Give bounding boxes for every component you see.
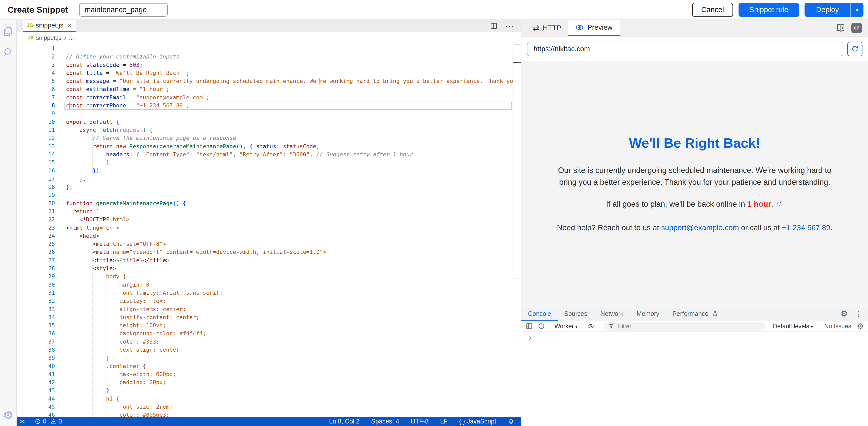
statusbar-item[interactable]: Spaces: 4 [371,418,399,425]
line-number[interactable]: 23 [17,224,66,232]
line-number[interactable]: 12 [17,134,66,142]
close-icon[interactable]: × [67,22,72,29]
tab-snippet-js[interactable]: JS snippet.js × [23,20,76,32]
code-line[interactable]: 16 }); [17,167,513,175]
code-line[interactable]: 24 <head> [17,232,513,240]
devtools-settings-icon[interactable]: ⚙ [841,310,848,318]
line-number[interactable]: 7 [17,93,66,102]
code-line[interactable]: 5const message = "Our site is currently … [17,77,513,85]
code-line[interactable]: 33 align-items: center; [17,305,513,313]
devtools-tab-performance[interactable]: Performance [666,306,724,321]
code-line[interactable]: 6const estimatedTime = "1 hour"; [17,85,513,93]
tab-http[interactable]: ⇄ HTTP [525,20,568,36]
devtools-tab-network[interactable]: Network [594,306,630,321]
code-line[interactable]: 9 [17,110,513,118]
filter-input[interactable] [617,322,760,330]
code-line[interactable]: 46 color: #0056b3; [17,411,513,417]
code-line[interactable]: 26 <meta name="viewport" content="width=… [17,248,513,256]
code-line[interactable]: 37 color: #333; [17,338,513,346]
code-line[interactable]: 42 padding: 20px; [17,378,513,387]
statusbar-item[interactable]: Ln 8, Col 2 [329,418,360,425]
line-number[interactable]: 36 [17,330,66,338]
line-number[interactable]: 9 [17,110,66,118]
code-line[interactable]: 27 <title>${title}</title> [17,256,513,264]
line-number[interactable]: 43 [17,387,66,395]
line-number[interactable]: 26 [17,248,66,256]
console-settings-icon[interactable]: ⚙ [857,322,864,330]
code-line[interactable]: 44 h1 { [17,395,513,403]
remote-indicator-icon[interactable] [19,418,26,425]
clear-console-icon[interactable] [537,322,545,330]
code-line[interactable]: 36 background-color: #f4f4f4; [17,330,513,338]
code-line[interactable]: 1 [17,45,513,53]
code-line[interactable]: 11 async fetch(request) { [17,126,513,134]
notifications-bell-icon[interactable] [508,418,514,425]
code-line[interactable]: 14 headers: { "Content-Type": "text/html… [17,150,513,159]
line-number[interactable]: 30 [17,281,66,289]
code-line[interactable]: 45 font-size: 2rem; [17,403,513,411]
line-number[interactable]: 28 [17,264,66,273]
line-number[interactable]: 19 [17,191,66,199]
refresh-button[interactable] [847,41,863,56]
code-line[interactable]: 30 margin: 0; [17,281,513,289]
editor-scrollbar[interactable] [513,44,521,417]
breadcrumb[interactable]: JS snippet.js › ... [17,32,521,44]
line-number[interactable]: 33 [17,305,66,313]
line-number[interactable]: 17 [17,175,66,183]
settings-gear-icon[interactable]: ⚙ [3,409,13,421]
console-sidebar-toggle-icon[interactable] [525,322,533,330]
line-number[interactable]: 37 [17,338,66,346]
line-number[interactable]: 38 [17,346,66,354]
code-line[interactable]: 4const title = "We'll Be Right Back!"; [17,69,513,77]
devtools-tab-memory[interactable]: Memory [630,306,666,321]
discord-icon[interactable] [851,23,862,33]
breadcrumb-file[interactable]: snippet.js [36,34,61,41]
code-editor[interactable]: 12// Define your customizable inputs3con… [17,44,521,417]
issues-counter[interactable]: No Issues [825,323,851,330]
code-line[interactable]: 39 } [17,354,513,362]
code-line[interactable]: 12 // Serve the maintenance page as a re… [17,134,513,142]
code-line[interactable]: 43 } [17,387,513,395]
code-line[interactable]: 2// Define your customizable inputs [17,53,513,61]
code-line[interactable]: 10export default { [17,118,513,126]
split-editor-icon[interactable] [490,22,498,30]
snippet-name-input[interactable] [79,3,168,17]
cancel-button[interactable]: Cancel [692,3,733,17]
console-filter[interactable] [604,322,765,331]
line-number[interactable]: 35 [17,321,66,330]
url-input[interactable] [527,41,843,56]
line-number[interactable]: 14 [17,150,66,159]
line-number[interactable]: 16 [17,167,66,175]
statusbar-item[interactable]: UTF-8 [411,418,429,425]
line-number[interactable]: 41 [17,370,66,378]
code-line[interactable]: 32 display: flex; [17,297,513,305]
code-line[interactable]: 25 <meta charset="UTF-8"> [17,240,513,248]
code-line[interactable]: 38 text-align: center; [17,346,513,354]
console-output[interactable] [521,332,868,426]
line-number[interactable]: 3 [17,61,66,69]
code-line[interactable]: 34 justify-content: center; [17,313,513,321]
code-line[interactable]: 20function generateMaintenancePage() { [17,199,513,207]
line-number[interactable]: 44 [17,395,66,403]
line-number[interactable]: 4 [17,69,66,77]
tab-preview[interactable]: Preview [568,20,620,36]
code-line[interactable]: 23<html lang="en"> [17,224,513,232]
devtools-menu-icon[interactable]: ⋮ [855,309,863,318]
line-number[interactable]: 21 [17,207,66,216]
code-line[interactable]: 35 height: 100vh; [17,321,513,330]
worker-context-dropdown[interactable]: Worker▾ [554,323,578,330]
line-number[interactable]: 27 [17,256,66,264]
line-number[interactable]: 6 [17,85,66,93]
line-number[interactable]: 1 [17,45,66,53]
code-line[interactable]: 15 }, [17,159,513,167]
devtools-tab-sources[interactable]: Sources [558,306,594,321]
line-number[interactable]: 18 [17,183,66,191]
code-line[interactable]: 8const contactPhone = "+1 234 567 89"; [17,102,513,110]
deploy-dropdown-button[interactable]: ▾ [850,3,864,17]
statusbar-item[interactable]: { } JavaScript [459,418,496,425]
code-lines[interactable]: 12// Define your customizable inputs3con… [17,44,513,417]
code-line[interactable]: 41 max-width: 600px; [17,370,513,378]
code-line[interactable]: 21 return ` [17,207,513,216]
line-number[interactable]: 13 [17,142,66,150]
line-number[interactable]: 34 [17,313,66,321]
